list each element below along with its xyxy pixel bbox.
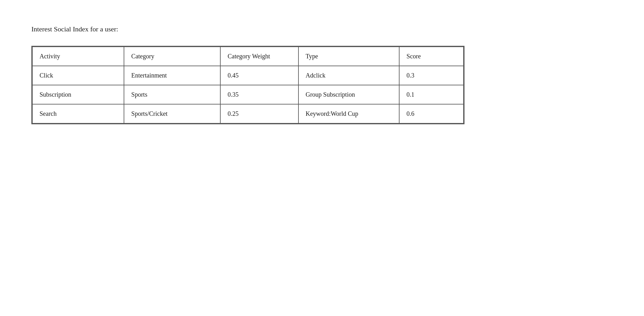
cell-activity-0: Click: [32, 66, 124, 85]
page-title: Interest Social Index for a user:: [31, 25, 613, 33]
cell-type-0: Adclick: [298, 66, 400, 85]
data-table: Activity Category Category Weight Type S…: [32, 46, 464, 124]
header-category-weight: Category Weight: [220, 47, 298, 66]
header-type: Type: [298, 47, 400, 66]
cell-score-0: 0.3: [399, 66, 464, 85]
cell-activity-1: Subscription: [32, 85, 124, 104]
cell-score-1: 0.1: [399, 85, 464, 104]
cell-type-2: Keyword:World Cup: [298, 104, 400, 123]
table-header-row: Activity Category Category Weight Type S…: [32, 47, 464, 66]
table-row: ClickEntertainment0.45Adclick0.3: [32, 66, 464, 85]
cell-activity-2: Search: [32, 104, 124, 123]
table-row: SubscriptionSports0.35Group Subscription…: [32, 85, 464, 104]
cell-score-2: 0.6: [399, 104, 464, 123]
header-score: Score: [399, 47, 464, 66]
page-container: Interest Social Index for a user: Activi…: [0, 0, 644, 151]
cell-category_weight-2: 0.25: [220, 104, 298, 123]
cell-category-0: Entertainment: [124, 66, 220, 85]
table-wrapper: Activity Category Category Weight Type S…: [31, 46, 464, 124]
cell-category-1: Sports: [124, 85, 220, 104]
cell-category_weight-0: 0.45: [220, 66, 298, 85]
header-activity: Activity: [32, 47, 124, 66]
table-row: SearchSports/Cricket0.25Keyword:World Cu…: [32, 104, 464, 123]
cell-type-1: Group Subscription: [298, 85, 400, 104]
header-category: Category: [124, 47, 220, 66]
cell-category-2: Sports/Cricket: [124, 104, 220, 123]
cell-category_weight-1: 0.35: [220, 85, 298, 104]
